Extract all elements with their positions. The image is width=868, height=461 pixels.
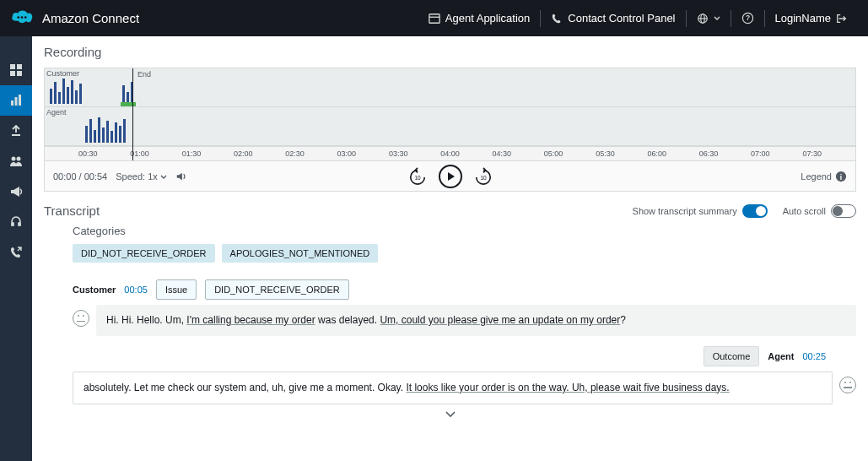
- agent-track: Agent: [45, 107, 855, 146]
- waveform-panel[interactable]: Customer End Agent 00:3001:0001:3002:000…: [44, 68, 856, 161]
- routing-icon: [9, 124, 23, 138]
- svg-rect-10: [10, 64, 15, 69]
- sidebar-campaigns[interactable]: [0, 176, 32, 207]
- agent-track-label: Agent: [46, 108, 67, 117]
- svg-point-18: [17, 157, 21, 161]
- categories-heading: Categories: [73, 225, 856, 237]
- volume-icon[interactable]: [175, 171, 187, 182]
- transcript-message-agent: Outcome Agent 00:25 absolutely. Let me c…: [32, 336, 868, 404]
- interruption-marker: [121, 102, 136, 106]
- brand-area: Amazon Connect: [10, 10, 139, 27]
- megaphone-icon: [9, 185, 23, 198]
- timestamp[interactable]: 00:25: [802, 351, 826, 361]
- svg-text:i: i: [840, 172, 842, 181]
- autoscroll-label: Auto scroll: [783, 206, 826, 216]
- help-link[interactable]: ?: [731, 0, 764, 36]
- connect-logo-icon: [10, 10, 34, 27]
- neutral-sentiment-icon: [839, 377, 856, 393]
- svg-text:10: 10: [480, 174, 487, 180]
- svg-rect-20: [19, 223, 21, 226]
- agent-application-link[interactable]: Agent Application: [418, 0, 540, 36]
- svg-text:10: 10: [414, 174, 421, 180]
- info-icon[interactable]: i: [835, 171, 847, 182]
- autoscroll-toggle[interactable]: [831, 204, 856, 218]
- contact-control-panel-link[interactable]: Contact Control Panel: [541, 0, 685, 36]
- help-icon: ?: [741, 12, 754, 24]
- language-selector[interactable]: [687, 0, 731, 36]
- window-icon: [429, 13, 440, 24]
- svg-point-17: [12, 157, 16, 161]
- svg-rect-15: [15, 97, 18, 106]
- category-chip[interactable]: DID_NOT_RECEIVE_ORDER: [73, 244, 215, 263]
- sidebar-phone[interactable]: [0, 237, 32, 268]
- phone-transfer-icon: [9, 246, 23, 259]
- svg-point-0: [17, 16, 19, 19]
- customer-track: Customer End: [45, 68, 855, 107]
- timeline-ruler: 00:3001:0001:3002:0002:3003:0003:3004:00…: [45, 146, 855, 160]
- sidebar-headset[interactable]: [0, 207, 32, 237]
- summary-toggle-label: Show transcript summary: [633, 206, 737, 216]
- speaker-label: Agent: [768, 351, 794, 361]
- customer-track-label: Customer: [46, 69, 79, 78]
- main-content: Recording Customer End Agent: [32, 36, 868, 461]
- left-sidebar: [0, 36, 32, 461]
- svg-text:?: ?: [745, 14, 749, 22]
- play-button[interactable]: [439, 165, 462, 188]
- issue-chip[interactable]: Issue: [156, 279, 197, 300]
- playhead[interactable]: [132, 68, 133, 160]
- logout-icon: [836, 13, 848, 24]
- summary-toggle[interactable]: [742, 204, 768, 218]
- svg-point-2: [24, 16, 27, 19]
- ccp-label: Contact Control Panel: [568, 12, 675, 24]
- sidebar-users[interactable]: [0, 146, 32, 176]
- forward-10-button[interactable]: 10: [474, 167, 493, 186]
- message-text: Hi. Hi. Hello. Um, I'm calling because m…: [96, 305, 856, 336]
- speed-control[interactable]: Speed: 1x: [116, 171, 167, 182]
- outcome-chip[interactable]: Outcome: [704, 346, 760, 366]
- category-chip[interactable]: APOLOGIES_NOT_MENTIONED: [222, 244, 379, 263]
- categories-section: Categories DID_NOT_RECEIVE_ORDER APOLOGI…: [32, 223, 868, 269]
- end-marker: End: [137, 70, 151, 79]
- svg-rect-14: [11, 100, 13, 106]
- message-text: absolutely. Let me check our system and,…: [73, 372, 833, 404]
- brand-text: Amazon Connect: [42, 11, 139, 25]
- user-menu[interactable]: LoginName: [765, 0, 859, 36]
- sidebar-dashboard[interactable]: [0, 55, 32, 85]
- svg-rect-12: [10, 71, 15, 76]
- chevron-down-icon: [160, 174, 167, 181]
- top-navigation: Amazon Connect Agent Application Contact…: [0, 0, 868, 36]
- svg-rect-19: [12, 223, 14, 226]
- timestamp[interactable]: 00:05: [124, 285, 148, 295]
- login-name: LoginName: [775, 12, 832, 24]
- playback-controls: 00:00 / 00:54 Speed: 1x 10 10 Legend i: [44, 161, 856, 192]
- agent-application-label: Agent Application: [445, 12, 530, 24]
- phone-icon: [551, 13, 563, 24]
- sidebar-analytics[interactable]: [0, 85, 32, 116]
- svg-point-1: [21, 16, 24, 19]
- play-icon: [445, 171, 456, 182]
- analytics-icon: [9, 94, 23, 107]
- neutral-sentiment-icon: [73, 310, 89, 327]
- chevron-down-icon: [714, 15, 720, 22]
- rewind-10-button[interactable]: 10: [408, 167, 427, 186]
- users-icon: [9, 155, 23, 168]
- category-chip-inline[interactable]: DID_NOT_RECEIVE_ORDER: [205, 279, 349, 300]
- chevron-down-icon: [445, 410, 456, 419]
- legend-label: Legend: [801, 171, 832, 182]
- dashboard-icon: [9, 63, 23, 77]
- svg-rect-13: [17, 71, 22, 76]
- expand-transcript-button[interactable]: [32, 404, 868, 425]
- recording-title: Recording: [44, 45, 856, 59]
- sidebar-routing[interactable]: [0, 116, 32, 146]
- svg-rect-16: [19, 95, 21, 106]
- transcript-title: Transcript: [44, 203, 100, 218]
- globe-icon: [697, 13, 709, 24]
- svg-rect-3: [429, 14, 439, 23]
- transcript-header: Transcript Show transcript summary Auto …: [32, 192, 868, 223]
- transcript-message-customer: Customer 00:05 Issue DID_NOT_RECEIVE_ORD…: [32, 269, 868, 336]
- speaker-label: Customer: [73, 285, 116, 295]
- svg-rect-11: [17, 64, 22, 69]
- headset-icon: [9, 215, 23, 229]
- playback-time: 00:00 / 00:54: [53, 171, 107, 182]
